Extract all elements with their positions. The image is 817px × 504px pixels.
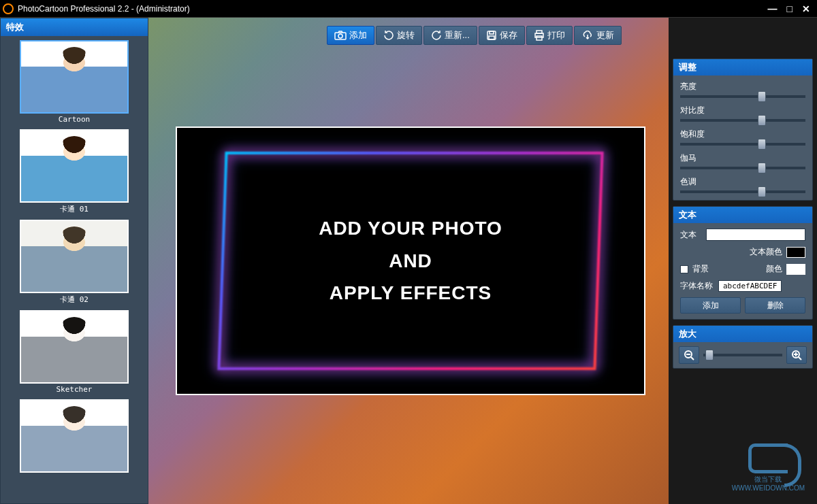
canvas-text-line2: AND	[319, 245, 502, 278]
svg-rect-14	[536, 36, 542, 40]
zoom-out-icon	[684, 350, 694, 360]
contrast-label: 对比度	[680, 105, 805, 116]
effect-item-cartoon[interactable]: Cartoon	[5, 40, 144, 124]
bgcolor-label: 颜色	[766, 263, 782, 275]
zoom-in-icon	[791, 350, 802, 360]
rotate-icon	[383, 30, 394, 41]
zoom-slider[interactable]	[703, 354, 782, 356]
saturation-slider[interactable]	[680, 143, 805, 146]
gamma-label: 伽马	[680, 152, 805, 164]
right-panels: 调整 亮度 对比度 饱和度 伽马 色	[669, 18, 817, 504]
svg-line-1	[691, 357, 694, 360]
bgcolor-swatch[interactable]	[786, 264, 805, 275]
effect-thumbnail	[20, 399, 129, 473]
canvas-area: ADD YOUR PHOTO AND APPLY EFFECTS	[148, 18, 669, 504]
bg-checkbox[interactable]	[680, 265, 688, 273]
effect-thumbnail	[20, 129, 129, 203]
adjust-panel: 调整 亮度 对比度 饱和度 伽马 色	[673, 58, 813, 201]
brightness-label: 亮度	[680, 81, 805, 93]
rotate-button[interactable]: 旋转	[376, 26, 422, 45]
effect-item-cartoon01[interactable]: 卡通 01	[5, 129, 144, 214]
bg-label: 背景	[692, 263, 709, 275]
zoom-out-button[interactable]	[679, 346, 699, 364]
effect-label: Cartoon	[5, 115, 144, 124]
svg-rect-11	[489, 36, 494, 39]
svg-line-4	[799, 357, 801, 360]
effects-sidebar: 特效 Cartoon 卡通 01 卡通 02 Sketcher	[0, 18, 148, 504]
effect-thumbnail	[20, 40, 129, 114]
maximize-button[interactable]: □	[787, 3, 792, 14]
effect-item-cartoon02[interactable]: 卡通 02	[5, 220, 144, 305]
main-toolbar: 添加 旋转 重新... 保存 打印 更新	[327, 26, 622, 45]
print-button[interactable]: 打印	[526, 26, 573, 45]
add-button[interactable]: 添加	[327, 26, 374, 45]
print-label: 打印	[547, 29, 565, 41]
textcolor-swatch[interactable]	[786, 247, 805, 258]
save-button[interactable]: 保存	[479, 26, 525, 45]
effects-header: 特效	[1, 18, 148, 36]
effect-thumbnail	[20, 220, 129, 293]
save-label: 保存	[500, 29, 517, 41]
effects-list[interactable]: Cartoon 卡通 01 卡通 02 Sketcher	[1, 36, 148, 503]
font-sample[interactable]: abcdefABCDEF	[718, 280, 782, 292]
effect-label: 卡通 01	[5, 204, 144, 214]
fontname-label: 字体名称	[680, 280, 714, 292]
cloud-download-icon	[581, 31, 594, 40]
text-panel: 文本 文本 文本颜色 背景 颜色 字体名称 abcd	[673, 206, 813, 320]
zoom-panel: 放大	[673, 325, 813, 369]
text-input[interactable]	[706, 229, 805, 241]
reload-icon	[431, 30, 442, 41]
canvas-text-line3: APPLY EFFECTS	[319, 277, 502, 309]
zoom-in-button[interactable]	[786, 346, 807, 364]
app-logo-icon	[3, 3, 14, 14]
update-label: 更新	[596, 29, 614, 41]
effect-item-5[interactable]	[5, 399, 144, 473]
rotate-label: 旋转	[397, 29, 415, 41]
saturation-label: 饱和度	[680, 129, 805, 140]
brightness-slider[interactable]	[680, 95, 805, 98]
minimize-button[interactable]: —	[768, 3, 778, 14]
zoom-header: 放大	[673, 326, 812, 342]
text-label: 文本	[680, 229, 702, 241]
camera-icon	[334, 31, 347, 40]
print-icon	[534, 30, 545, 41]
canvas-placeholder-text: ADD YOUR PHOTO AND APPLY EFFECTS	[319, 212, 502, 309]
reload-label: 重新...	[445, 29, 470, 41]
adjust-header: 调整	[673, 59, 812, 75]
effect-item-sketcher[interactable]: Sketcher	[5, 310, 144, 394]
text-panel-header: 文本	[673, 207, 812, 223]
contrast-slider[interactable]	[680, 119, 805, 122]
text-delete-button[interactable]: 删除	[745, 297, 805, 314]
window-controls: — □ ✕	[768, 3, 814, 14]
effect-label: Sketcher	[5, 385, 144, 394]
effect-label: 卡通 02	[5, 295, 144, 305]
text-add-button[interactable]: 添加	[680, 297, 741, 314]
hue-slider[interactable]	[680, 190, 805, 193]
titlebar: PhotoCartoon Professional 2.2 - (Adminis…	[0, 0, 817, 18]
update-button[interactable]: 更新	[574, 26, 622, 45]
titlebar-text: PhotoCartoon Professional 2.2 - (Adminis…	[18, 4, 768, 14]
add-label: 添加	[349, 29, 367, 41]
svg-point-8	[338, 34, 342, 38]
textcolor-label: 文本颜色	[750, 246, 782, 258]
save-icon	[486, 30, 497, 41]
canvas-text-line1: ADD YOUR PHOTO	[319, 212, 502, 245]
close-button[interactable]: ✕	[802, 3, 810, 14]
reload-button[interactable]: 重新...	[423, 26, 477, 45]
main-canvas[interactable]: ADD YOUR PHOTO AND APPLY EFFECTS	[176, 127, 645, 395]
gamma-slider[interactable]	[680, 167, 805, 169]
svg-rect-10	[490, 31, 494, 34]
hue-label: 色调	[680, 176, 805, 188]
effect-thumbnail	[20, 310, 129, 384]
